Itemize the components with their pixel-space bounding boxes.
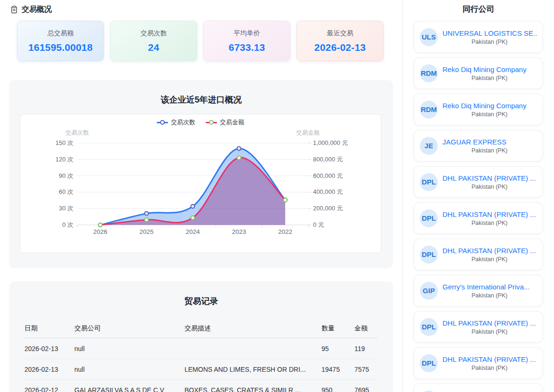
stat-label: 交易次数 bbox=[141, 29, 167, 38]
legend-marker-icon bbox=[206, 120, 217, 125]
column-header: 交易描述 bbox=[185, 324, 321, 333]
company-card[interactable]: JEJAGUAR EXPRESSPakistan (PK) bbox=[414, 130, 543, 161]
x-axis-tick: 2025 bbox=[139, 228, 153, 235]
left-axis-tick: 0 次 bbox=[62, 221, 73, 228]
company-avatar: ULS bbox=[420, 28, 438, 46]
company-name-link[interactable]: UNIVERSAL LOGISTICS SE... bbox=[442, 29, 537, 37]
company-info: DHL PAKISTAN (PRIVATE) ...Pakistan (PK) bbox=[442, 247, 537, 263]
data-point-count[interactable] bbox=[191, 205, 195, 208]
data-point-amount[interactable] bbox=[145, 218, 148, 222]
page-header: 交易概况 bbox=[0, 0, 402, 15]
area-chart-canvas[interactable]: 0 次0 元30 次200,000 元60 次400,000 元90 次600,… bbox=[20, 114, 381, 253]
company-name-link[interactable]: DHL PAKISTAN (PRIVATE) ... bbox=[442, 319, 537, 327]
company-card[interactable]: DPLDHL PAKISTAN (PRIVATE) ...Pakistan (P… bbox=[414, 384, 543, 392]
right-axis-tick: 800,000 元 bbox=[313, 156, 343, 163]
cell-description: BOXES, CASES, CRATES & SIMILR ... bbox=[185, 386, 321, 392]
cell-date: 2026-02-13 bbox=[24, 366, 74, 373]
company-info: Reko Diq Mining CompanyPakistan (PK) bbox=[442, 65, 537, 81]
company-location: Pakistan (PK) bbox=[442, 184, 537, 190]
company-card[interactable]: RDMReko Diq Mining CompanyPakistan (PK) bbox=[414, 57, 543, 89]
data-point-amount[interactable] bbox=[283, 198, 287, 202]
company-card[interactable]: DPLDHL PAKISTAN (PRIVATE) ...Pakistan (P… bbox=[414, 311, 543, 343]
chart-legend: 交易次数交易金额 bbox=[20, 118, 381, 127]
right-axis-tick: 200,000 元 bbox=[313, 205, 343, 212]
stat-value: 2026-02-13 bbox=[314, 42, 366, 53]
company-location: Pakistan (PK) bbox=[442, 220, 537, 226]
company-card[interactable]: DPLDHL PAKISTAN (PRIVATE) ...Pakistan (P… bbox=[414, 347, 543, 379]
company-avatar: RDM bbox=[420, 64, 438, 82]
column-header: 金额 bbox=[354, 324, 378, 333]
stat-label: 总交易额 bbox=[48, 29, 74, 38]
table-title: 贸易记录 bbox=[9, 281, 393, 307]
company-location: Pakistan (PK) bbox=[442, 75, 537, 81]
company-location: Pakistan (PK) bbox=[442, 256, 537, 263]
company-avatar: JE bbox=[420, 137, 438, 155]
stat-label: 最近交易 bbox=[327, 29, 353, 38]
x-axis-tick: 2026 bbox=[93, 228, 107, 235]
company-location: Pakistan (PK) bbox=[442, 111, 537, 118]
data-point-count[interactable] bbox=[237, 147, 241, 151]
company-name-link[interactable]: Gerry's International Priva... bbox=[442, 283, 537, 291]
legend-item-count[interactable]: 交易次数 bbox=[157, 118, 195, 127]
left-axis-tick: 60 次 bbox=[59, 188, 73, 195]
cell-quantity: 95 bbox=[321, 345, 354, 352]
x-axis-tick: 2022 bbox=[278, 228, 292, 235]
legend-label: 交易次数 bbox=[171, 118, 195, 127]
left-axis-tick: 150 次 bbox=[56, 139, 73, 146]
stat-card-transaction-count: 交易次数 24 bbox=[110, 21, 197, 61]
legend-marker-icon bbox=[157, 120, 168, 125]
legend-item-amount[interactable]: 交易金额 bbox=[206, 118, 244, 127]
company-card[interactable]: RDMReko Diq Mining CompanyPakistan (PK) bbox=[414, 94, 543, 125]
company-name-link[interactable]: JAGUAR EXPRESS bbox=[442, 138, 537, 146]
company-card[interactable]: DPLDHL PAKISTAN (PRIVATE) ...Pakistan (P… bbox=[414, 202, 543, 234]
company-name-link[interactable]: DHL PAKISTAN (PRIVATE) ... bbox=[442, 174, 537, 182]
data-point-amount[interactable] bbox=[191, 216, 195, 220]
company-location: Pakistan (PK) bbox=[442, 39, 537, 45]
table-row[interactable]: 2026-02-13null95119 bbox=[24, 338, 378, 359]
stats-row: 总交易额 161595.00018 交易次数 24 平均单价 6733.13 最… bbox=[0, 15, 402, 61]
data-point-amount[interactable] bbox=[98, 223, 102, 227]
peer-companies-sidebar: 同行公司 ULSUNIVERSAL LOGISTICS SE...Pakista… bbox=[402, 0, 554, 392]
company-card[interactable]: ULSUNIVERSAL LOGISTICS SE...Pakistan (PK… bbox=[414, 21, 543, 53]
company-name-link[interactable]: Reko Diq Mining Company bbox=[442, 102, 537, 110]
data-point-amount[interactable] bbox=[237, 156, 241, 160]
chart-card: 交易次数交易金额 0 次0 元30 次200,000 元60 次400,000 … bbox=[20, 114, 381, 253]
cell-quantity: 950 bbox=[321, 386, 354, 392]
company-card[interactable]: DPLDHL PAKISTAN (PRIVATE) ...Pakistan (P… bbox=[414, 239, 543, 270]
company-info: DHL PAKISTAN (PRIVATE) ...Pakistan (PK) bbox=[442, 174, 537, 190]
company-location: Pakistan (PK) bbox=[442, 365, 537, 371]
cell-company: null bbox=[74, 345, 185, 352]
cell-amount: 119 bbox=[354, 345, 378, 352]
company-name-link[interactable]: DHL PAKISTAN (PRIVATE) ... bbox=[442, 210, 537, 218]
company-card[interactable]: DPLDHL PAKISTAN (PRIVATE) ...Pakistan (P… bbox=[414, 166, 543, 198]
stat-label: 平均单价 bbox=[234, 29, 260, 38]
company-info: DHL PAKISTAN (PRIVATE) ...Pakistan (PK) bbox=[442, 210, 537, 226]
company-avatar: DPL bbox=[420, 246, 438, 264]
cell-description: LEMONS AND LIMES, FRESH OR DRI... bbox=[185, 366, 321, 373]
stat-card-total-amount: 总交易额 161595.00018 bbox=[17, 21, 104, 61]
right-axis-tick: 1,000,000 元 bbox=[313, 139, 348, 146]
company-location: Pakistan (PK) bbox=[442, 147, 537, 154]
company-location: Pakistan (PK) bbox=[442, 328, 537, 335]
company-name-link[interactable]: DHL PAKISTAN (PRIVATE) ... bbox=[442, 247, 537, 255]
table-row[interactable]: 2026-02-13nullLEMONS AND LIMES, FRESH OR… bbox=[24, 359, 378, 380]
left-axis-tick: 120 次 bbox=[56, 156, 73, 163]
company-location: Pakistan (PK) bbox=[442, 292, 537, 299]
trade-table: 日期交易公司交易描述数量金额 2026-02-13null951192026-0… bbox=[24, 319, 378, 392]
company-card[interactable]: GIPGerry's International Priva...Pakista… bbox=[414, 275, 543, 306]
left-axis-name: 交易次数 bbox=[65, 129, 89, 136]
company-avatar: DPL bbox=[420, 391, 438, 392]
company-info: JAGUAR EXPRESSPakistan (PK) bbox=[442, 138, 537, 154]
company-name-link[interactable]: DHL PAKISTAN (PRIVATE) ... bbox=[442, 355, 537, 363]
company-avatar: GIP bbox=[420, 282, 438, 300]
company-avatar: DPL bbox=[420, 173, 438, 191]
table-row[interactable]: 2026-02-12GALARZASILVA S A S DE C VBOXES… bbox=[24, 380, 378, 392]
company-info: UNIVERSAL LOGISTICS SE...Pakistan (PK) bbox=[442, 29, 537, 45]
left-axis-tick: 90 次 bbox=[59, 172, 73, 179]
stat-card-average-price: 平均单价 6733.13 bbox=[203, 21, 290, 61]
table-body: 2026-02-13null951192026-02-13nullLEMONS … bbox=[24, 338, 378, 392]
cell-date: 2026-02-13 bbox=[24, 345, 74, 352]
cell-amount: 7575 bbox=[354, 366, 378, 373]
company-name-link[interactable]: Reko Diq Mining Company bbox=[442, 65, 537, 73]
data-point-count[interactable] bbox=[145, 212, 148, 216]
